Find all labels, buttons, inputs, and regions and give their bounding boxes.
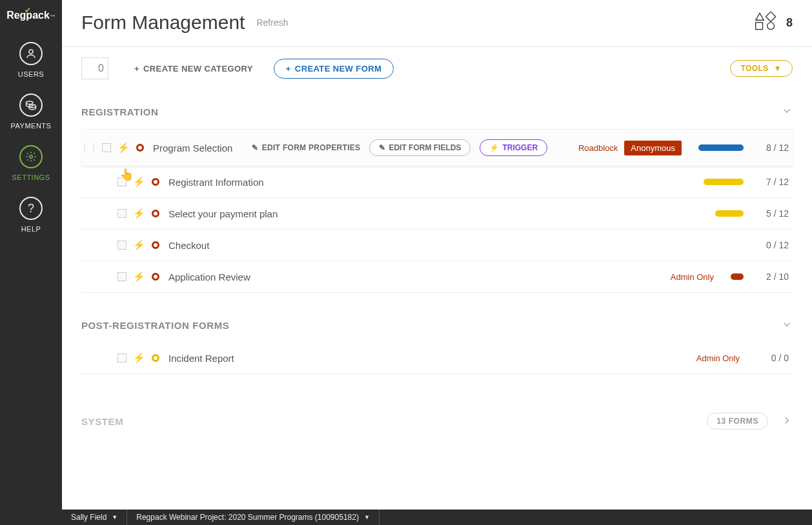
bolt-icon: ⚡	[133, 352, 145, 364]
admin-only-label: Admin Only	[671, 272, 714, 282]
row-checkbox[interactable]	[117, 272, 127, 281]
chevron-right-icon	[781, 415, 793, 428]
plus-icon: +	[286, 64, 291, 74]
row-checkbox[interactable]	[117, 209, 127, 218]
svg-point-1	[26, 101, 33, 104]
form-row-payment-plan[interactable]: ⋮⋮ ⚡ Select your payment plan 5 / 12	[81, 198, 793, 230]
shapes-icon[interactable]	[754, 12, 777, 34]
record-icon	[152, 273, 159, 281]
form-name: Incident Report	[168, 353, 234, 364]
footer-user-dropdown[interactable]: Sally Field ▼	[62, 510, 127, 525]
form-row-application-review[interactable]: ⋮⋮ ⚡ Application Review Admin Only 2 / 1…	[81, 261, 793, 293]
progress-bar	[704, 179, 744, 185]
chevron-down-icon	[781, 105, 793, 119]
nav-label: PAYMENTS	[11, 122, 52, 130]
section-header[interactable]: POST-REGISTRATION FORMS	[81, 319, 793, 342]
record-icon	[152, 354, 159, 362]
svg-point-3	[30, 155, 33, 159]
gear-icon	[19, 145, 43, 168]
record-icon	[152, 178, 159, 186]
pencil-icon: ✎	[379, 143, 385, 152]
trigger-button[interactable]: ⚡ TRIGGER	[480, 139, 547, 156]
form-name: Program Selection	[153, 143, 232, 154]
bolt-icon: ⚡	[117, 142, 130, 154]
nav-payments[interactable]: PAYMENTS	[11, 94, 52, 130]
roadblock-label: Roadblock	[578, 143, 618, 153]
form-row-incident-report[interactable]: ⋮⋮ ⚡ Incident Report Admin Only 0 / 0	[81, 342, 793, 374]
form-name: Registrant Information	[168, 177, 264, 188]
section-header[interactable]: REGISTRATION	[81, 105, 793, 129]
help-icon: ?	[19, 197, 43, 220]
chevron-down-icon: ▼	[112, 514, 117, 520]
edit-properties-button[interactable]: ✎ EDIT FORM PROPERTIES	[252, 143, 360, 152]
form-row-registrant-info[interactable]: ⋮⋮ ⚡ Registrant Information 7 / 12	[81, 166, 793, 198]
completion-ratio: 7 / 12	[756, 177, 789, 187]
chevron-down-icon: ▼	[774, 64, 782, 73]
section-registration: REGISTRATION ⋮⋮ ⚡ Program Selection ✎ ED…	[62, 105, 812, 293]
record-icon	[152, 241, 159, 249]
bolt-icon: ⚡	[133, 239, 145, 251]
main-content: Form Management Refresh 8 0 + CREATE NEW…	[62, 0, 812, 510]
svg-rect-5	[756, 23, 763, 30]
sidebar: ✔Regpack™ USERS PAYMENTS SETTINGS ? HELP	[0, 0, 62, 525]
progress-bar	[731, 273, 744, 280]
create-form-button[interactable]: + CREATE NEW FORM	[274, 59, 394, 79]
bolt-icon: ⚡	[133, 176, 145, 188]
completion-ratio: 8 / 12	[756, 143, 789, 153]
completion-ratio: 2 / 10	[756, 272, 789, 282]
drag-handle-icon[interactable]: ⋮⋮	[81, 143, 97, 153]
section-header[interactable]: SYSTEM 13 FORMS	[81, 413, 793, 440]
row-checkbox[interactable]	[102, 143, 111, 152]
edit-fields-button[interactable]: ✎ EDIT FORM FIELDS	[369, 139, 471, 156]
completion-ratio: 0 / 12	[756, 240, 789, 250]
create-category-button[interactable]: + CREATE NEW CATEGORY	[134, 64, 253, 74]
logo: ✔Regpack™	[6, 10, 56, 21]
selection-count-box[interactable]: 0	[81, 57, 108, 79]
forms-count-pill[interactable]: 13 FORMS	[707, 413, 768, 430]
tools-dropdown[interactable]: TOOLS ▼	[730, 60, 793, 77]
anonymous-badge: Anonymous	[624, 141, 682, 155]
record-icon	[136, 144, 144, 152]
completion-ratio: 0 / 0	[756, 353, 789, 363]
progress-bar	[715, 210, 744, 217]
section-system: SYSTEM 13 FORMS	[62, 413, 812, 440]
header-count: 8	[786, 16, 793, 30]
nav-label: SETTINGS	[12, 173, 50, 181]
coins-icon	[19, 94, 43, 117]
completion-ratio: 5 / 12	[756, 208, 789, 219]
footer-bar: Sally Field ▼ Regpack Webinar Project: 2…	[62, 510, 812, 525]
bolt-icon: ⚡	[133, 208, 145, 219]
svg-point-6	[767, 23, 775, 30]
chevron-down-icon: ▼	[364, 514, 370, 520]
form-name: Checkout	[168, 240, 209, 251]
nav-help[interactable]: ? HELP	[19, 197, 43, 233]
nav-label: HELP	[21, 225, 41, 233]
admin-only-label: Admin Only	[696, 353, 740, 363]
pencil-icon: ✎	[252, 143, 258, 152]
plus-icon: +	[134, 64, 139, 74]
form-name: Select your payment plan	[168, 208, 278, 219]
page-title: Form Management	[81, 12, 245, 34]
nav-users[interactable]: USERS	[18, 42, 44, 78]
form-row-checkout[interactable]: ⋮⋮ ⚡ Checkout 0 / 12	[81, 230, 793, 261]
chevron-down-icon	[781, 319, 793, 332]
section-post-registration: POST-REGISTRATION FORMS ⋮⋮ ⚡ Incident Re…	[62, 319, 812, 374]
bolt-icon: ⚡	[489, 143, 499, 152]
footer-project-dropdown[interactable]: Regpack Webinar Project: 2020 Summer Pro…	[127, 510, 380, 525]
row-checkbox[interactable]	[117, 353, 127, 362]
form-row-program-selection[interactable]: ⋮⋮ ⚡ Program Selection ✎ EDIT FORM PROPE…	[81, 129, 793, 166]
record-icon	[152, 210, 159, 217]
svg-rect-4	[766, 12, 775, 21]
refresh-link[interactable]: Refresh	[256, 17, 288, 28]
svg-point-0	[29, 50, 33, 54]
form-name: Application Review	[168, 272, 250, 282]
page-header: Form Management Refresh 8	[62, 0, 812, 47]
toolbar: 0 + CREATE NEW CATEGORY + CREATE NEW FOR…	[62, 47, 812, 90]
progress-bar	[698, 144, 744, 151]
row-checkbox[interactable]	[117, 177, 127, 186]
row-checkbox[interactable]	[117, 241, 127, 250]
user-icon	[19, 42, 43, 65]
nav-label: USERS	[18, 70, 44, 78]
bolt-icon: ⚡	[133, 271, 145, 282]
nav-settings[interactable]: SETTINGS	[12, 145, 50, 181]
